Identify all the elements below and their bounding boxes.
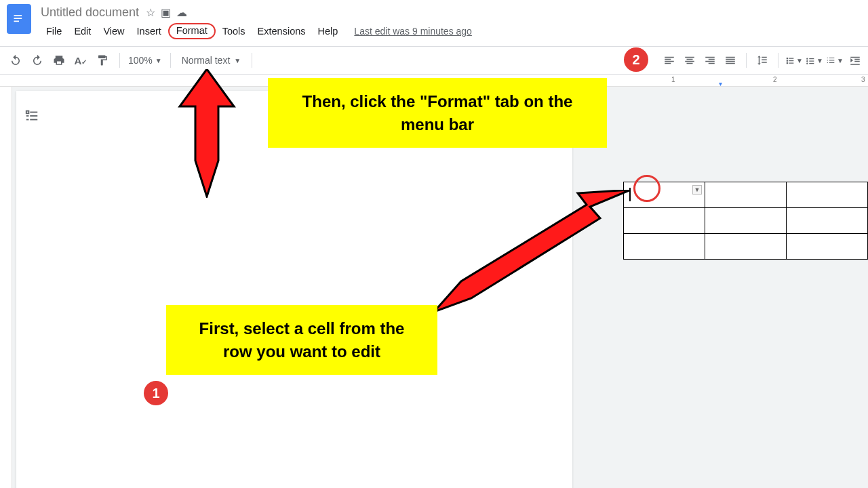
table-row[interactable] [624, 208, 868, 234]
align-justify-button[interactable] [722, 52, 739, 69]
menu-help[interactable]: Help [313, 24, 344, 39]
table-cell[interactable] [705, 234, 787, 260]
table-cell[interactable] [705, 208, 787, 234]
undo-button[interactable] [7, 52, 24, 69]
numbered-list-button[interactable]: ▼ [826, 52, 844, 69]
chevron-down-icon: ▼ [234, 57, 241, 64]
docs-file-icon [12, 10, 26, 28]
redo-button[interactable] [28, 52, 46, 69]
app-header: Untitled document ☆ ▣ ☁ File Edit View I… [0, 0, 868, 39]
print-button[interactable] [50, 52, 68, 69]
paint-format-button[interactable] [94, 52, 111, 69]
svg-rect-3 [26, 111, 29, 114]
checklist-button[interactable]: ▼ [785, 52, 803, 69]
ruler-tick: 1 [671, 76, 675, 83]
align-left-button[interactable] [660, 52, 678, 69]
menu-view[interactable]: View [98, 24, 130, 39]
menu-file[interactable]: File [41, 24, 67, 39]
annotation-arrow-up [176, 69, 237, 198]
annotation-callout-2: Then, click the "Format" tab on the menu… [268, 78, 607, 148]
move-icon[interactable]: ▣ [161, 6, 171, 19]
svg-rect-0 [14, 15, 22, 16]
align-right-button[interactable] [701, 52, 719, 69]
svg-rect-5 [26, 115, 29, 117]
annotation-badge-2: 2 [624, 47, 648, 72]
align-center-button[interactable] [681, 52, 698, 69]
star-icon[interactable]: ☆ [146, 6, 155, 19]
table-cell[interactable] [787, 234, 868, 260]
svg-rect-8 [30, 119, 37, 121]
bullet-list-button[interactable]: ▼ [806, 52, 823, 69]
table-row[interactable] [624, 234, 868, 260]
line-spacing-button[interactable] [753, 52, 771, 69]
toolbar-right: ▼ ▼ ▼ [660, 52, 868, 69]
svg-rect-1 [14, 18, 22, 19]
spellcheck-button[interactable]: A✓ [72, 52, 90, 69]
table-cell[interactable] [624, 234, 705, 260]
chevron-down-icon: ▼ [155, 57, 162, 64]
zoom-select[interactable]: 100%▼ [128, 55, 162, 66]
ruler-vertical [0, 87, 12, 488]
last-edit-link[interactable]: Last edit was 9 minutes ago [354, 26, 472, 37]
table-cell[interactable] [787, 182, 868, 208]
table-cell[interactable] [705, 182, 787, 208]
style-select[interactable]: Normal text▼ [179, 55, 243, 66]
svg-rect-2 [14, 21, 20, 22]
docs-logo[interactable] [7, 4, 31, 34]
chevron-down-icon: ▼ [837, 57, 844, 64]
indent-decrease-button[interactable] [846, 52, 864, 69]
annotation-badge-1: 1 [144, 381, 168, 405]
menu-format[interactable]: Format [168, 23, 216, 39]
ruler-tick: 3 [861, 76, 865, 83]
menu-edit[interactable]: Edit [68, 24, 96, 39]
document-table[interactable]: ▼ [623, 182, 868, 260]
outline-toggle-button[interactable] [24, 108, 42, 126]
table-cell[interactable] [624, 208, 705, 234]
menu-bar: File Edit View Insert Format Tools Exten… [41, 23, 472, 39]
annotation-circle-cell [633, 175, 660, 202]
title-area: Untitled document ☆ ▣ ☁ File Edit View I… [41, 4, 472, 39]
menu-extensions[interactable]: Extensions [252, 24, 311, 39]
workspace: ▾ 1 2 3 ▼ [0, 75, 868, 488]
annotation-arrow-right [434, 190, 631, 312]
chevron-down-icon: ▼ [816, 57, 823, 64]
menu-insert[interactable]: Insert [132, 24, 167, 39]
annotation-callout-1: First, select a cell from the row you wa… [166, 305, 437, 375]
cell-dropdown-icon[interactable]: ▼ [692, 185, 702, 195]
cloud-icon[interactable]: ☁ [176, 6, 187, 19]
doc-title[interactable]: Untitled document [41, 5, 139, 20]
svg-rect-4 [30, 112, 37, 113]
toolbar: A✓ 100%▼ Normal text▼ ▼ ▼ ▼ [0, 46, 868, 75]
svg-rect-6 [30, 115, 37, 117]
table-cell[interactable] [787, 208, 868, 234]
menu-tools[interactable]: Tools [217, 24, 251, 39]
ruler-tick: 2 [773, 76, 777, 83]
svg-rect-7 [26, 119, 29, 121]
chevron-down-icon: ▼ [796, 57, 803, 64]
